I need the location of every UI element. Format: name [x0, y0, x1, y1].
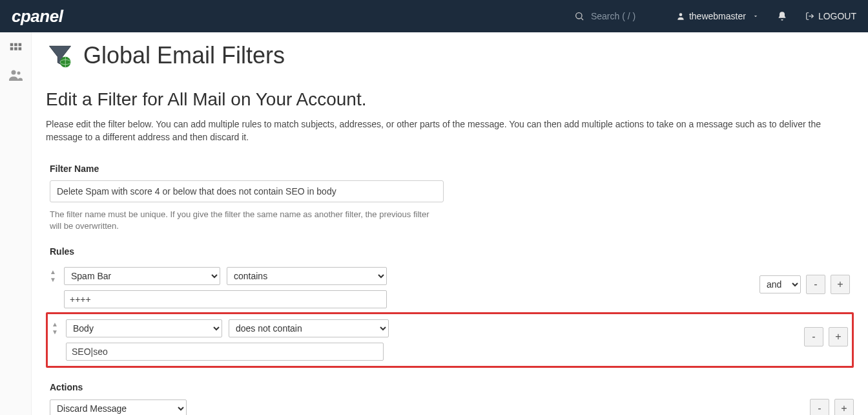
- nav-search[interactable]: [574, 11, 656, 21]
- rule-reorder: ▲▼: [52, 319, 59, 335]
- rule-field-select[interactable]: Spam Bar: [64, 267, 220, 285]
- svg-rect-5: [14, 43, 17, 47]
- add-action-button[interactable]: +: [834, 399, 854, 415]
- chevron-down-icon: [752, 13, 759, 19]
- page-intro: Please edit the filter below. You can ad…: [46, 118, 854, 144]
- username-label: thewebmaster: [689, 11, 746, 21]
- page-subhead: Edit a Filter for All Mail on Your Accou…: [46, 89, 854, 110]
- svg-point-11: [17, 72, 21, 75]
- rule-operator-select[interactable]: does not contain: [229, 319, 389, 337]
- user-menu[interactable]: thewebmaster: [676, 11, 759, 21]
- rule-operator-select[interactable]: contains: [227, 267, 387, 285]
- svg-point-0: [576, 13, 582, 19]
- logout-icon: [805, 12, 814, 21]
- actions-section: Actions Discard Message - +: [46, 382, 854, 415]
- rule-value-input[interactable]: [66, 343, 384, 361]
- top-nav: cPanel thewebmaster LOG: [0, 0, 868, 32]
- svg-rect-8: [14, 47, 17, 50]
- apps-grid-icon[interactable]: [8, 41, 23, 56]
- rule-row: ▲▼Bodydoes not contain-+: [46, 312, 854, 368]
- page-header: Global Email Filters: [46, 41, 854, 70]
- rule-reorder: ▲▼: [50, 267, 57, 283]
- action-select[interactable]: Discard Message: [50, 399, 187, 415]
- user-icon: [676, 12, 685, 21]
- sidebar: [0, 32, 31, 415]
- move-up-icon[interactable]: ▲: [50, 269, 57, 275]
- notifications-icon[interactable]: [777, 11, 787, 21]
- move-down-icon[interactable]: ▼: [50, 277, 57, 283]
- rule-row: ▲▼Spam Barcontainsand-+: [46, 263, 854, 312]
- filter-name-help: The filter name must be unique. If you g…: [46, 209, 440, 232]
- rule-field-select[interactable]: Body: [66, 319, 222, 337]
- move-down-icon[interactable]: ▼: [52, 329, 59, 335]
- add-rule-button[interactable]: +: [829, 327, 848, 346]
- svg-rect-4: [10, 43, 14, 47]
- move-up-icon[interactable]: ▲: [52, 321, 59, 328]
- users-icon[interactable]: [8, 67, 23, 83]
- page-title: Global Email Filters: [83, 42, 285, 69]
- svg-line-1: [581, 18, 583, 20]
- rule-value-input[interactable]: [64, 290, 387, 308]
- search-input[interactable]: [591, 11, 656, 21]
- remove-rule-button[interactable]: -: [806, 275, 825, 294]
- svg-rect-9: [19, 47, 22, 50]
- svg-rect-7: [10, 47, 14, 50]
- svg-rect-6: [19, 43, 22, 47]
- svg-point-2: [679, 13, 683, 16]
- logout-label: LOGOUT: [818, 11, 856, 21]
- rules-label: Rules: [46, 246, 854, 257]
- rule-logic-select[interactable]: and: [760, 275, 801, 293]
- remove-action-button[interactable]: -: [810, 399, 829, 415]
- filter-name-input[interactable]: [50, 180, 444, 202]
- rules-section: Rules ▲▼Spam Barcontainsand-+▲▼Bodydoes …: [46, 246, 854, 368]
- add-rule-button[interactable]: +: [831, 275, 850, 294]
- svg-point-10: [12, 70, 16, 75]
- filter-name-label: Filter Name: [46, 164, 854, 174]
- global-filter-icon: [46, 41, 74, 70]
- main-content: Global Email Filters Edit a Filter for A…: [31, 32, 868, 415]
- cpanel-logo: cPanel: [12, 6, 63, 27]
- logout-button[interactable]: LOGOUT: [805, 11, 856, 21]
- search-icon: [574, 11, 584, 21]
- filter-name-section: Filter Name The filter name must be uniq…: [46, 164, 854, 232]
- remove-rule-button[interactable]: -: [804, 327, 823, 346]
- actions-label: Actions: [46, 382, 854, 392]
